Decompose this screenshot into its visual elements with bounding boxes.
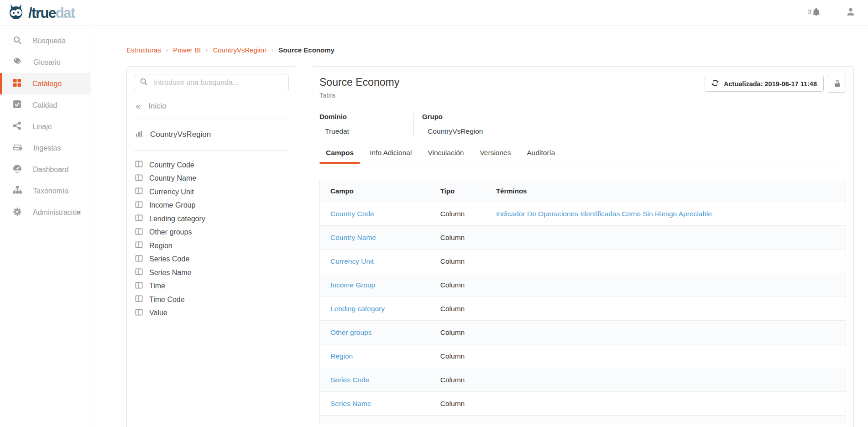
tab-info-adicional[interactable]: Info Adicional [363,149,418,163]
table-header-row: Campo Tipo Términos [320,180,846,202]
field-type: Column [440,305,496,313]
columns-icon [135,255,143,264]
search-icon [13,36,22,47]
truedat-logo[interactable]: /truedat [7,2,75,23]
field-link[interactable]: Other groups [330,328,371,336]
sidebar-item-dashboard[interactable]: Dashboard [0,159,90,180]
unlock-button[interactable] [828,76,846,93]
sidebar-item-taxonomia[interactable]: Taxonomía [0,180,90,202]
field-type: Column [440,257,496,266]
page-title: Source Economy [319,76,399,89]
share-icon [13,121,21,132]
group-value: CountryVsRegion [428,127,846,135]
explorer-parent-node[interactable]: CountryVsRegion [135,127,289,142]
field-link[interactable]: Series Code [330,376,369,384]
breadcrumb-link-estructuras[interactable]: Estructuras [126,46,161,54]
user-menu-button[interactable] [846,7,855,18]
explorer-field-item[interactable]: Income Group [134,199,289,213]
field-type: Column [440,210,496,218]
sitemap-icon [13,186,22,196]
owl-logo-icon [7,2,26,23]
breadcrumb-current: Source Economy [278,46,335,54]
field-type: Column [440,234,496,242]
sidebar-item-busqueda[interactable]: Búsqueda [0,30,90,52]
tab-versiones[interactable]: Versiones [473,149,517,163]
sidebar-item-administracion[interactable]: Administración ▼ [0,202,90,223]
breadcrumb: Estructuras › Power BI › CountryVsRegion… [126,46,854,54]
columns-icon [135,281,143,291]
field-link[interactable]: Income Group [330,281,375,289]
column-header-terminos: Términos [496,187,846,195]
explorer-field-item[interactable]: Region [134,239,289,253]
bar-chart-icon [135,130,143,140]
breadcrumb-link-powerbi[interactable]: Power BI [173,46,201,54]
tab-vinculacion[interactable]: Vinculación [421,149,470,163]
sidebar-item-ingestas[interactable]: Ingestas [0,137,90,159]
search-input[interactable] [153,78,283,87]
sidebar-item-catalogo[interactable]: Catálogo [0,73,90,94]
columns-icon [135,308,143,318]
explorer-field-item[interactable]: Lending category [134,212,289,226]
main-sidebar: Búsqueda Glosario Catálogo [0,26,90,427]
explorer-field-item[interactable]: Other groups [134,226,289,240]
field-link[interactable]: Lending category [330,305,385,312]
structure-detail-panel: Source Economy Tabla [312,66,854,427]
gauge-icon [13,164,22,175]
table-row: Income Group Column [320,273,846,297]
unlock-icon [833,79,842,89]
sidebar-item-glosario[interactable]: Glosario [0,52,90,73]
logo-wordmark: /truedat [28,6,75,20]
field-link[interactable]: Currency Unit [330,257,374,265]
top-bar: /truedat 3 [0,0,868,26]
term-link[interactable]: Indicador De Operaciones Identificadas C… [496,210,712,218]
divider [134,150,289,151]
sidebar-item-calidad[interactable]: Calidad [0,94,90,116]
explorer-field-item[interactable]: Time [134,280,289,293]
columns-icon [135,295,143,304]
field-link[interactable]: Region [330,352,353,360]
explorer-field-item[interactable]: Series Name [134,266,289,280]
explorer-field-item[interactable]: Time Code [134,293,289,307]
sidebar-item-linaje[interactable]: Linaje [0,116,90,137]
refresh-icon [711,79,719,88]
column-header-campo: Campo [320,187,440,195]
columns-icon [135,228,143,237]
drive-icon [13,143,22,154]
table-row: Other groups Column [320,321,846,344]
tab-campos[interactable]: Campos [319,149,360,163]
field-link[interactable]: Country Name [330,234,376,241]
chevron-down-icon: ▼ [77,210,82,215]
explorer-field-item[interactable]: Currency Unit [134,185,289,199]
refresh-updated-button[interactable]: Actualizada: 2019-06-17 11:48 [705,76,824,92]
breadcrumb-link-countryvsregion[interactable]: CountryVsRegion [213,46,267,54]
double-chevron-left-icon: « [136,101,141,110]
fields-table: Campo Tipo Términos Country Code Column … [319,180,846,423]
columns-icon [135,174,143,183]
tags-icon [13,57,22,68]
explorer-field-list: Country Code Country Name Currency Unit … [134,158,289,320]
columns-icon [135,160,143,170]
tab-auditoria[interactable]: Auditoría [520,149,561,163]
table-row [320,416,846,423]
columns-icon [135,187,143,197]
notifications-button[interactable]: 3 [808,8,821,18]
explorer-back-home[interactable]: « Inicio [136,102,289,111]
metadata-section: Dominio Truedat Grupo CountryVsRegion [319,113,846,136]
column-header-tipo: Tipo [440,187,496,195]
explorer-field-item[interactable]: Series Code [134,253,289,266]
field-link[interactable]: Series Name [330,400,371,407]
bell-icon [812,8,821,18]
explorer-field-item[interactable]: Country Name [134,172,289,186]
table-row: Lending category Column [320,297,846,321]
grid-icon [13,78,21,89]
table-row: Currency Unit Column [320,250,846,273]
explorer-field-item[interactable]: Value [134,307,289,320]
explorer-search-box[interactable] [134,74,289,91]
field-type: Column [440,352,496,360]
field-type: Column [440,376,496,384]
field-link[interactable]: Country Code [330,210,374,218]
divider [134,119,289,119]
check-square-icon [13,100,21,110]
columns-icon [135,214,143,224]
explorer-field-item[interactable]: Country Code [134,158,289,172]
